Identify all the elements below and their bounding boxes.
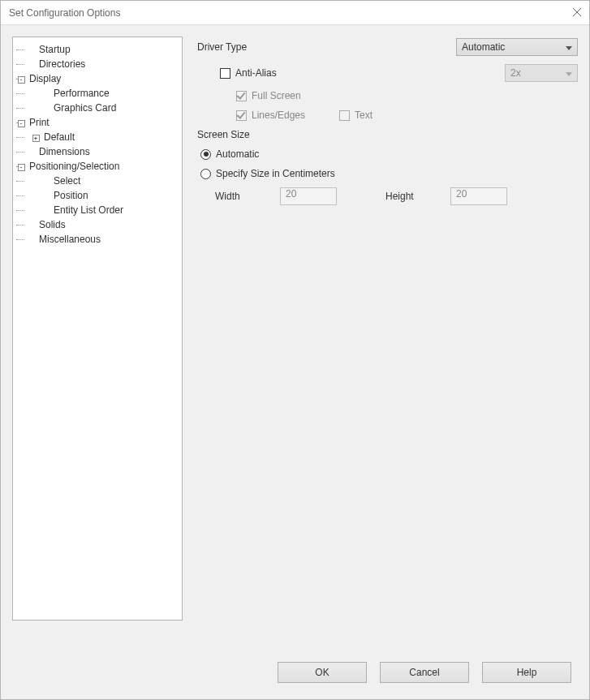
lines-edges-checkbox <box>236 110 247 121</box>
collapse-icon[interactable]: - <box>18 164 25 171</box>
dialog-window: Set Configuration Options Startup Direct… <box>0 0 590 700</box>
anti-alias-checkbox[interactable] <box>220 68 230 79</box>
tree-item-graphics-card[interactable]: Graphics Card <box>52 101 118 114</box>
chevron-down-icon <box>566 67 572 79</box>
tree-item-entity-list[interactable]: Entity List Order <box>52 204 125 217</box>
screen-specify-radio[interactable] <box>200 169 211 179</box>
anti-alias-label: Anti-Alias <box>235 67 277 79</box>
tree-item-solids[interactable]: Solids <box>37 218 67 231</box>
text-label: Text <box>355 110 373 121</box>
tree-item-position[interactable]: Position <box>52 189 90 202</box>
anti-alias-value: 2x <box>510 67 521 79</box>
width-label: Width <box>215 191 272 202</box>
screen-auto-radio[interactable] <box>200 149 211 160</box>
close-icon[interactable] <box>573 7 581 19</box>
tree-item-positioning[interactable]: Positioning/Selection <box>28 160 121 173</box>
window-title: Set Configuration Options <box>9 7 120 19</box>
driver-type-select[interactable]: Automatic <box>456 38 578 56</box>
dialog-body: Startup Directories -Display Performance… <box>1 25 589 651</box>
ok-button[interactable]: OK <box>278 662 367 683</box>
driver-type-value: Automatic <box>462 41 505 53</box>
tree-item-display[interactable]: Display <box>28 72 62 85</box>
tree-item-performance[interactable]: Performance <box>52 87 111 100</box>
tree-item-select[interactable]: Select <box>52 174 82 187</box>
dialog-footer: OK Cancel Help <box>1 651 589 699</box>
category-tree[interactable]: Startup Directories -Display Performance… <box>12 37 183 621</box>
tree-item-print[interactable]: Print <box>28 116 51 129</box>
tree-item-default[interactable]: Default <box>42 131 76 144</box>
settings-panel: Driver Type Automatic Anti-Alias 2x <box>197 37 578 651</box>
screen-auto-label: Automatic <box>216 148 259 160</box>
anti-alias-level-select: 2x <box>505 64 578 82</box>
tree-item-startup[interactable]: Startup <box>37 43 72 56</box>
height-label: Height <box>385 191 442 202</box>
lines-edges-label: Lines/Edges <box>252 110 305 121</box>
expand-icon[interactable]: + <box>32 135 40 142</box>
cancel-button[interactable]: Cancel <box>380 662 469 683</box>
tree-item-directories[interactable]: Directories <box>37 58 87 71</box>
chevron-down-icon <box>566 41 572 53</box>
titlebar: Set Configuration Options <box>1 1 589 25</box>
screen-specify-label: Specify Size in Centimeters <box>216 168 335 179</box>
collapse-icon[interactable]: - <box>18 76 25 84</box>
tree-item-dimensions[interactable]: Dimensions <box>37 145 92 158</box>
driver-type-label: Driver Type <box>197 41 247 53</box>
full-screen-label: Full Screen <box>252 90 301 101</box>
collapse-icon[interactable]: - <box>18 120 25 127</box>
help-button[interactable]: Help <box>482 662 571 683</box>
screen-size-label: Screen Size <box>197 129 250 140</box>
width-input: 20 <box>280 187 337 205</box>
text-checkbox <box>339 110 350 121</box>
tree-item-misc[interactable]: Miscellaneous <box>37 233 102 246</box>
height-input: 20 <box>450 187 507 205</box>
full-screen-checkbox <box>236 91 247 101</box>
